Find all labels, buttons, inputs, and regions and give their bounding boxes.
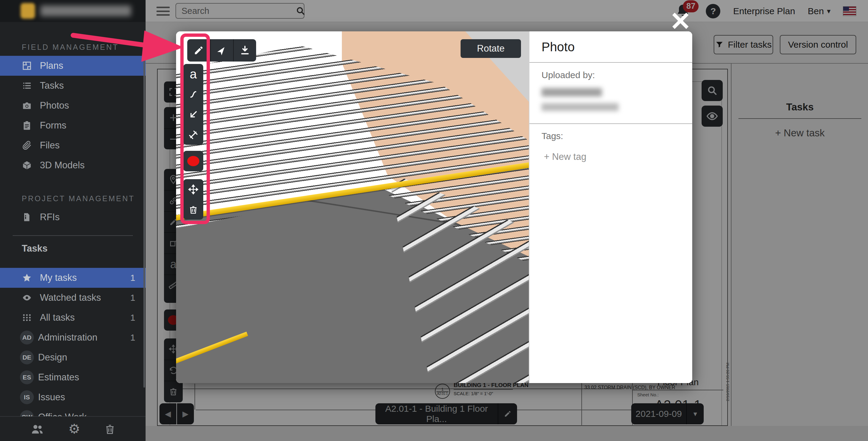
document-icon	[22, 212, 40, 222]
logo-text-blurred	[40, 5, 131, 16]
sidebar-footer: ⚙	[0, 416, 146, 441]
category-avatar: DE	[20, 350, 34, 364]
section-project-management: PROJECT MANAGEMENT	[0, 175, 146, 207]
category-avatar: ES	[20, 370, 34, 384]
sidebar-category-estimates[interactable]: ES Estimates	[0, 367, 146, 387]
list-icon	[22, 80, 40, 91]
category-avatar: IS	[20, 390, 34, 404]
sidebar-item-photos[interactable]: Photos	[0, 96, 146, 115]
sidebar-scrollbar[interactable]	[144, 56, 145, 387]
select-mode-button[interactable]	[210, 39, 233, 62]
category-avatar: AD	[20, 331, 34, 344]
sidebar-item-all-tasks[interactable]: All tasks 1	[0, 308, 146, 328]
sidebar-item-forms[interactable]: Forms	[0, 115, 146, 135]
gear-icon[interactable]: ⚙	[68, 422, 80, 436]
sidebar-category-design[interactable]: DE Design	[0, 347, 146, 367]
cube-icon	[22, 160, 40, 170]
grid-icon	[22, 312, 40, 323]
uploaded-by-label: Uploaded by:	[541, 70, 595, 80]
uploader-name-blurred-2	[541, 103, 619, 111]
sidebar-item-tasks[interactable]: Tasks	[0, 76, 146, 96]
highlight-arrow	[48, 16, 190, 66]
sidebar-tasks-header: Tasks	[0, 236, 146, 263]
people-icon[interactable]	[30, 423, 44, 435]
uploader-name-blurred	[541, 88, 602, 97]
download-button[interactable]	[233, 39, 256, 62]
sidebar-item-rfis[interactable]: RFIs	[0, 207, 146, 227]
sidebar-item-files[interactable]: Files	[0, 135, 146, 155]
sidebar-category-administration[interactable]: AD Administration 1	[0, 328, 146, 347]
eye-icon	[22, 293, 40, 303]
tags-label: Tags:	[541, 131, 563, 141]
paperclip-icon	[22, 140, 40, 150]
clipboard-icon	[22, 121, 40, 131]
trash-icon[interactable]	[104, 423, 115, 435]
photo-viewer[interactable]: a Rotate	[176, 31, 529, 383]
close-button[interactable]	[671, 11, 690, 30]
plans-icon	[22, 61, 40, 71]
new-tag-button[interactable]: + New tag	[544, 151, 586, 162]
panel-title: Photo	[529, 31, 692, 54]
sidebar-item-3d-models[interactable]: 3D Models	[0, 155, 146, 175]
photo-detail-panel: Photo Uploaded by: Tags: + New tag	[529, 31, 692, 383]
sidebar-item-my-tasks[interactable]: My tasks 1	[0, 268, 146, 288]
sidebar-item-watched-tasks[interactable]: Watched tasks 1	[0, 288, 146, 308]
sidebar-category-issues[interactable]: IS Issues	[0, 387, 146, 407]
rotate-button[interactable]: Rotate	[461, 39, 521, 58]
star-icon	[22, 273, 40, 283]
camera-icon	[22, 100, 40, 111]
logo-mark-blurred	[21, 3, 35, 19]
photo-modal: a Rotate Photo Uploaded by: Tags: + New	[176, 31, 692, 383]
app-root: 87 ? Enterprise Plan Ben ▾ Filter tasks …	[0, 0, 868, 441]
